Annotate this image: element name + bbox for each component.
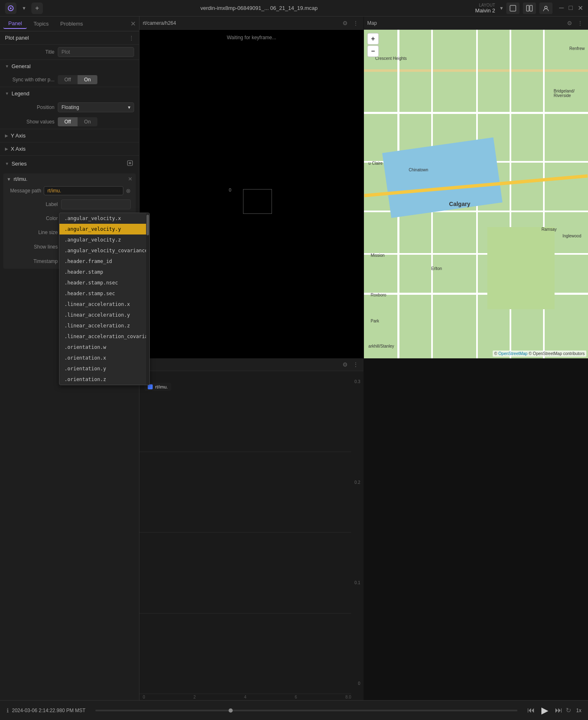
autocomplete-item[interactable]: .linear_acceleration.x (59, 299, 139, 310)
x-label-6: 6 (295, 695, 297, 699)
tab-problems[interactable]: Problems (55, 19, 88, 28)
section-y-axis[interactable]: ▶ Y Axis (0, 129, 139, 142)
x-label-8: 8.0 (345, 695, 351, 699)
section-series[interactable]: ▼ Series (0, 155, 139, 172)
osm-link[interactable]: OpenStreetMap (498, 351, 528, 356)
layout-section: LAYOUT Maivin 2 ▾ (475, 3, 503, 14)
autocomplete-item[interactable]: .header.stamp (59, 267, 139, 277)
info-icon[interactable]: ℹ (7, 707, 9, 714)
map-title: Map (367, 20, 564, 26)
y-label-3: 0.3 (354, 379, 360, 384)
show-values-on-button[interactable]: On (78, 117, 97, 126)
tab-topics[interactable]: Topics (28, 19, 54, 28)
layout-dropdown-icon[interactable]: ▾ (500, 5, 503, 11)
series-expand-icon[interactable]: ▼ (7, 177, 11, 182)
playback-controls: ⏮ ▶ ⏭ (527, 705, 562, 716)
autocomplete-item[interactable]: .header.stamp.nsec (59, 277, 139, 288)
app-dropdown[interactable]: ▾ (20, 4, 28, 12)
app-logo[interactable] (5, 2, 17, 14)
map-zoom-in-button[interactable]: + (367, 33, 379, 45)
series-remove-button[interactable]: ✕ (128, 176, 132, 182)
autocomplete-item[interactable]: .header.stamp.sec (59, 288, 139, 299)
show-values-row: Show values Off On (0, 115, 139, 129)
position-label: Position (5, 104, 54, 110)
autocomplete-item[interactable]: .angular_velocity.z (59, 234, 139, 245)
position-dropdown[interactable]: Floating ▾ (58, 102, 134, 112)
section-x-axis[interactable]: ▶ X Axis (0, 142, 139, 155)
panel-header: Plot panel ⋮ (0, 31, 139, 45)
titlebar: ▾ + verdin-imx8mp-06849091_... 06_21_14_… (0, 0, 588, 17)
autocomplete-list: .angular_velocity.x.angular_velocity.y.a… (59, 213, 139, 385)
camera-menu-icon[interactable]: ⋮ (351, 19, 360, 27)
y-axis-labels: 0.3 0.2 0.1 0 (354, 379, 360, 686)
map-pane-header: Map ⚙ ⋮ (364, 17, 588, 30)
user-icon[interactable] (539, 2, 553, 14)
section-legend[interactable]: ▼ Legend (0, 87, 139, 100)
grid-line-4 (139, 694, 351, 694)
sync-on-button[interactable]: On (78, 75, 97, 84)
map-label-uclair: u Claire (368, 161, 383, 166)
plot-settings-icon[interactable]: ⚙ (341, 360, 349, 369)
map-zoom-out-button[interactable]: − (367, 45, 379, 57)
layout-single-icon[interactable] (506, 2, 520, 14)
show-values-toggle[interactable]: Off On (58, 117, 97, 126)
section-general[interactable]: ▼ General (0, 59, 139, 73)
sync-label: Sync with other p... (5, 77, 54, 83)
autocomplete-item[interactable]: .orientation.y (59, 363, 139, 374)
title-label: Title (5, 49, 54, 55)
minimize-button[interactable]: ─ (559, 4, 564, 12)
svg-rect-3 (527, 5, 529, 11)
autocomplete-item[interactable]: .linear_acceleration_covariance[:] (59, 331, 139, 342)
plot-grid[interactable]: 0.3 0.2 0.1 0 (139, 371, 364, 694)
grid-line-1 (139, 452, 351, 452)
show-values-off-button[interactable]: Off (58, 117, 78, 126)
autocomplete-item[interactable]: .linear_acceleration.y (59, 310, 139, 320)
path-clear-button[interactable]: ⊗ (126, 187, 131, 194)
map-settings-icon[interactable]: ⚙ (565, 19, 574, 27)
skip-end-button[interactable]: ⏭ (555, 706, 562, 715)
maximize-button[interactable]: □ (569, 4, 573, 12)
autocomplete-item[interactable]: .orientation.x (59, 353, 139, 363)
series-chevron-icon: ▼ (5, 161, 9, 166)
autocomplete-item[interactable]: .angular_velocity.x (59, 213, 139, 224)
timeline-scrubber[interactable] (95, 710, 517, 711)
line-size-label: Line size (8, 230, 58, 235)
series-add-button[interactable] (126, 159, 134, 168)
layout-split-icon[interactable] (523, 2, 536, 14)
sync-toggle[interactable]: Off On (58, 75, 97, 84)
autocomplete-item[interactable]: .angular_velocity_covariance[:] (59, 245, 139, 256)
label-input[interactable] (61, 199, 131, 209)
panel-close-button[interactable]: ✕ (130, 20, 136, 28)
plot-menu-icon[interactable]: ⋮ (351, 360, 360, 369)
y-axis-label: Y Axis (11, 133, 26, 139)
tab-panel[interactable]: Panel (3, 19, 27, 29)
map-label-renfrew: Renfrew (569, 46, 585, 51)
skip-start-button[interactable]: ⏮ (527, 706, 535, 715)
speed-control[interactable]: 1x (576, 708, 581, 713)
position-row: Position Floating ▾ (0, 100, 139, 115)
add-panel-button[interactable]: + (31, 2, 43, 14)
autocomplete-item[interactable]: .orientation.w (59, 342, 139, 353)
general-chevron-icon: ▼ (5, 64, 9, 69)
map-label-crescent: Crescent Heights (375, 56, 407, 61)
camera-settings-icon[interactable]: ⚙ (341, 19, 349, 27)
grid-line-3 (139, 613, 351, 613)
autocomplete-item[interactable]: .linear_acceleration.z (59, 320, 139, 331)
panel-menu-button[interactable]: ⋮ (129, 35, 134, 41)
autocomplete-item[interactable]: .header.frame_id (59, 256, 139, 267)
main-layout: Panel Topics Problems ✕ Plot panel ⋮ Tit… (0, 17, 588, 700)
title-input[interactable] (58, 47, 134, 57)
sync-off-button[interactable]: Off (58, 75, 78, 84)
message-path-input[interactable] (44, 186, 123, 195)
bottom-bar: ℹ 2024-03-06 2:14:22.980 PM MST ⏮ ▶ ⏭ ↻ … (0, 700, 588, 720)
sync-row: Sync with other p... Off On (0, 73, 139, 87)
map-container[interactable]: Renfrew Crescent Heights Bridgeland/Rive… (364, 30, 588, 358)
loop-icon[interactable]: ↻ (566, 706, 571, 714)
map-menu-icon[interactable]: ⋮ (576, 19, 585, 27)
autocomplete-item[interactable]: .orientation.z (59, 374, 139, 385)
autocomplete-item[interactable]: .angular_velocity.y (59, 224, 139, 234)
play-button[interactable]: ▶ (541, 705, 548, 716)
close-button[interactable]: ✕ (578, 4, 583, 12)
map-label-park: Park (371, 319, 379, 323)
y-label-0: 0 (354, 681, 360, 686)
